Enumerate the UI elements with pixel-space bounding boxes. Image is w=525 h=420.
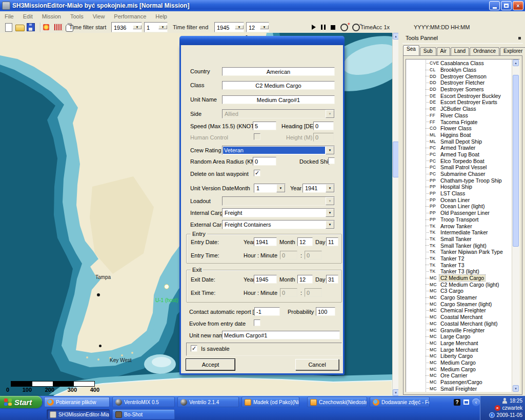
pause-icon[interactable]	[321, 25, 326, 30]
menu-item-tools[interactable]: Tools	[66, 12, 88, 21]
tree-item[interactable]: MCLiberty Cargo	[406, 353, 512, 359]
tree-item[interactable]: TKSmall Tanker	[406, 236, 512, 243]
chevron-down-icon[interactable]: ▼	[326, 221, 334, 229]
taskbar-task[interactable]: VentriloMIX 0.5	[112, 397, 175, 407]
menu-item-edit[interactable]: Edit	[18, 12, 37, 21]
tree-item[interactable]: PCSmall Patrol Vessel	[406, 164, 512, 171]
taskbar-task[interactable]: Czechowski(Niedostę...	[307, 397, 367, 407]
heading-field[interactable]: 0	[313, 122, 334, 130]
red-text-icon[interactable]	[54, 23, 64, 31]
tree-item[interactable]: MCMedium Cargo	[406, 359, 512, 366]
tree-item[interactable]: FFTacoma Frigate	[406, 118, 512, 125]
class-field[interactable]: C2 Medium Cargo	[222, 81, 335, 90]
start-button[interactable]: Start	[0, 396, 42, 408]
restore-window-icon[interactable]	[463, 399, 469, 405]
tree-item[interactable]: TKSmall Tanker (light)	[406, 242, 512, 249]
menu-item-help[interactable]: Help	[151, 12, 172, 21]
chevron-down-icon[interactable]: ▼	[326, 209, 334, 217]
tree-item[interactable]: MCChemical Freighter	[406, 307, 512, 314]
tree-item[interactable]: DDDestroyer Fletcher	[406, 79, 512, 86]
tab-explorer[interactable]: Explorer	[500, 47, 525, 56]
new-file-icon[interactable]	[4, 23, 13, 31]
tree-item[interactable]: TKTanker T2	[406, 255, 512, 262]
menu-item-mission[interactable]: Mission	[37, 12, 66, 21]
tree-item[interactable]: MCCargo Steamer	[406, 294, 512, 301]
unit-marker[interactable]	[164, 284, 169, 289]
tree-item[interactable]: PCSubmarine Chaser	[406, 171, 512, 177]
tree-item[interactable]: TKTanker T3 (light)	[406, 268, 512, 275]
scroll-down-icon[interactable]: ▼	[513, 385, 519, 392]
chevron-down-icon[interactable]: ▼	[260, 25, 269, 29]
tree-item[interactable]: PCElco Torpedo Boat	[406, 157, 512, 164]
dialog-titlebar[interactable]	[179, 36, 345, 45]
clock-plus-icon[interactable]: +	[340, 24, 348, 31]
tab-ordnance[interactable]: Ordnance	[470, 47, 499, 56]
tree-item[interactable]: DEEscort Destroyer Evarts	[406, 99, 512, 106]
tree-item[interactable]: MCLarge Cargo	[406, 333, 512, 340]
tree-item[interactable]: MCCoastal Merchant	[406, 314, 512, 321]
internal-cargo-combo[interactable]: Freight▼	[222, 208, 335, 217]
tree-item[interactable]: FFRiver Class	[406, 112, 512, 119]
delete-on-last-waypoint-checkbox[interactable]: ✓	[254, 170, 260, 176]
crew-rating-combo[interactable]: Veteran ▼	[222, 146, 335, 155]
menu-item-view[interactable]: View	[88, 12, 110, 21]
entry-day-field[interactable]: 11	[326, 237, 338, 246]
taskbar-task[interactable]: Pobieranie plików	[44, 397, 110, 407]
scrollbar-thumb[interactable]	[513, 75, 519, 247]
taskbar-task[interactable]: Ventrilo 2.1.4	[177, 397, 239, 407]
chevron-down-icon[interactable]: ▼	[276, 184, 285, 192]
help-icon[interactable]: ?	[454, 399, 460, 406]
chevron-down-icon[interactable]: ▼	[235, 25, 244, 29]
exit-year-field[interactable]: 1945	[254, 275, 277, 284]
tree-item[interactable]: COFlower Class	[406, 125, 512, 132]
tree-item[interactable]: MCCargo Steamer (light)	[406, 301, 512, 307]
taskbar-task[interactable]: Madek (od Pako)(Nie...	[241, 397, 299, 407]
clock-minus-icon[interactable]: –	[352, 24, 360, 31]
save-icon[interactable]	[27, 23, 36, 31]
taskbar-task[interactable]: SH3MissionEditor-Miał...	[47, 409, 110, 419]
info-icon[interactable]: i	[489, 412, 495, 418]
tree-item[interactable]: TKIntermediate Tanker	[406, 229, 512, 236]
tree-item[interactable]: MCGranville Freighter	[406, 327, 512, 333]
is-saveable-checkbox[interactable]: ✓	[191, 345, 197, 352]
cancel-button[interactable]: Cancel	[295, 359, 339, 370]
taskbar-task[interactable]: Dodawanie zdjęć - Fo...	[370, 397, 430, 407]
open-folder-icon[interactable]	[15, 23, 25, 31]
entry-minute-field[interactable]: 0	[305, 251, 322, 259]
tree-item[interactable]: MCC2 Medium Cargo	[406, 275, 512, 282]
tab-land[interactable]: Land	[451, 47, 469, 56]
speed-field[interactable]: 5	[253, 122, 276, 130]
tree-item[interactable]: MCLarge Merchant	[406, 340, 512, 347]
tree-item[interactable]: MCOre Carrier	[406, 372, 512, 379]
tree-item[interactable]: TKTanker T3	[406, 262, 512, 268]
start-year-combo[interactable]: 1936▼	[111, 22, 142, 32]
tree-item[interactable]: PPChatham-type Troop Ship	[406, 177, 512, 184]
menu-item-performance[interactable]: Performance	[109, 12, 151, 21]
tree-item[interactable]: PPTroop Transport	[406, 216, 512, 223]
chevron-down-icon[interactable]: ▼	[133, 25, 142, 29]
evolve-checkbox[interactable]	[254, 319, 260, 326]
tree-item[interactable]: PCArmed Tug Boat	[406, 151, 512, 158]
minimize-button[interactable]	[489, 1, 500, 10]
tree-item[interactable]: TKTanker Nipiwan Park Type	[406, 249, 512, 255]
unit-name-field[interactable]: Medium Cargo#1	[222, 95, 335, 104]
docked-ship-checkbox[interactable]	[328, 157, 335, 164]
tree-item[interactable]: MCPassenger/Cargo	[406, 379, 512, 386]
tree-item[interactable]: PPHospital Ship	[406, 184, 512, 190]
tree-item[interactable]: MCCoastal Merchant (light)	[406, 321, 512, 327]
chevron-down-icon[interactable]: ▼	[326, 146, 334, 154]
country-field[interactable]: American	[222, 67, 335, 76]
tree-item[interactable]: DDDestroyer Clemson	[406, 73, 512, 79]
spark-icon[interactable]	[43, 23, 52, 31]
end-year-combo[interactable]: 1945▼	[214, 22, 244, 32]
contact-report-field[interactable]: -1	[254, 307, 280, 316]
exit-hour-field[interactable]: 0	[280, 288, 297, 297]
play-icon[interactable]	[312, 25, 316, 30]
end-month-combo[interactable]: 12▼	[246, 22, 269, 32]
tree-item[interactable]: PPLST Class	[406, 190, 512, 197]
tab-sub[interactable]: Sub	[420, 47, 436, 56]
tree-item[interactable]: PPOld Passenger Liner	[406, 210, 512, 216]
version-month-combo[interactable]: 1▼	[254, 184, 286, 193]
close-button[interactable]: ×	[513, 1, 523, 10]
tree-item[interactable]: PCArmed Trawler	[406, 145, 512, 151]
